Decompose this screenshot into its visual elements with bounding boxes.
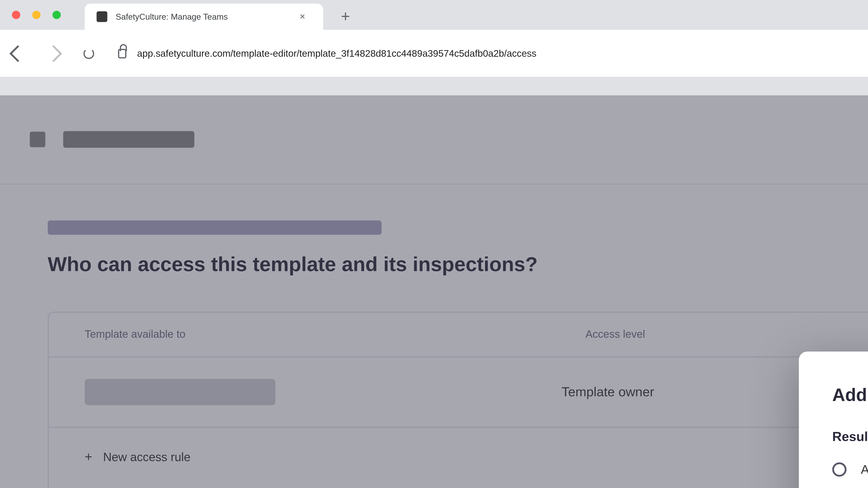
radio-icon	[832, 462, 846, 477]
col-access-level: Access level	[585, 328, 645, 341]
lock-icon	[118, 48, 126, 58]
forward-button[interactable]	[45, 45, 62, 62]
back-button[interactable]	[9, 45, 26, 62]
breadcrumb-placeholder	[48, 221, 381, 235]
reload-button[interactable]	[84, 48, 94, 59]
new-tab-button[interactable]: +	[341, 7, 350, 25]
col-template-available: Template available to	[85, 328, 585, 341]
new-rule-label: New access rule	[103, 450, 191, 464]
minimize-window-icon[interactable]	[32, 11, 40, 19]
url-text: app.safetyculture.com/template-editor/te…	[137, 48, 536, 59]
app-topbar: 3. Access	[0, 95, 868, 185]
favicon-icon	[96, 11, 107, 22]
window-controls[interactable]	[12, 11, 61, 19]
access-level-value: Template owner	[561, 384, 654, 400]
add-site-based-access-rule-modal: Add site-based access rule Results are a…	[799, 352, 868, 488]
radio-all-members[interactable]: All members of selected site	[832, 462, 868, 477]
tab-title: SafetyCulture: Manage Teams	[116, 12, 228, 22]
app-viewport: 3. Access Who can access this template a…	[0, 95, 868, 488]
maximize-window-icon[interactable]	[53, 11, 61, 19]
modal-subtitle: Results are available to	[832, 429, 868, 445]
browser-tab[interactable]: SafetyCulture: Manage Teams ×	[85, 4, 323, 30]
modal-title: Add site-based access rule	[832, 385, 868, 405]
app-title	[63, 131, 194, 148]
plus-icon: +	[85, 449, 92, 465]
main-pane: 3. Access Who can access this template a…	[0, 95, 868, 488]
close-tab-icon[interactable]: ×	[300, 11, 305, 22]
browser-chrome: SafetyCulture: Manage Teams × + app.safe…	[0, 0, 868, 95]
menu-icon[interactable]	[30, 132, 45, 147]
page-heading: Who can access this template and its ins…	[48, 253, 868, 276]
radio-label: All members of selected site	[861, 462, 868, 477]
address-bar[interactable]: app.safetyculture.com/template-editor/te…	[118, 48, 868, 59]
new-access-rule-button[interactable]: + New access rule	[49, 428, 868, 486]
access-table: Template available to Access level Templ…	[48, 312, 868, 488]
user-chip	[85, 379, 276, 405]
close-window-icon[interactable]	[12, 11, 20, 19]
table-row: Template owner	[49, 357, 868, 428]
